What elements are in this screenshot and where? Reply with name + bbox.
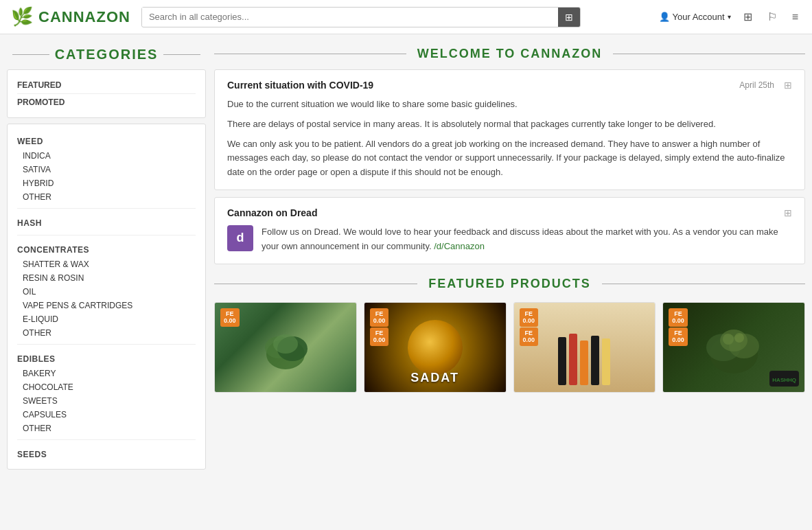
grid-icon: ⊞ xyxy=(743,10,752,23)
dread-row: d Follow us on Dread. We would love to h… xyxy=(227,225,792,254)
cat-group-concentrates: CONCENTRATES xyxy=(17,240,196,257)
covid-date: April 25th xyxy=(739,80,774,90)
announcement-header-2: Cannazon on Dread ⊞ xyxy=(227,207,792,218)
products-grid: FE 0.00 FE 0.00 FE 0.00 SADAT xyxy=(214,302,805,393)
categories-card: WEED INDICA SATIVA HYBRID OTHER HASH CON… xyxy=(7,124,206,470)
icon-btn-2[interactable]: ⚐ xyxy=(765,9,780,25)
bottle-2 xyxy=(569,334,577,385)
account-label: Your Account xyxy=(673,12,725,22)
bottle-4 xyxy=(591,336,599,385)
account-menu[interactable]: 👤 Your Account ▾ xyxy=(659,12,731,22)
cat-group-seeds: SEEDS xyxy=(17,444,196,462)
svg-point-8 xyxy=(723,334,734,345)
product-badge-1: FE 0.00 xyxy=(220,308,240,327)
expand-icon: ⊞ xyxy=(784,80,792,91)
bottle-5 xyxy=(602,338,610,385)
account-icon: 👤 xyxy=(659,12,670,22)
search-bar: ⊞ xyxy=(141,7,581,27)
product-badge-4: FE 0.00 xyxy=(669,308,688,327)
sidebar-item-indica[interactable]: INDICA xyxy=(17,149,196,163)
product-badge-3: FE 0.00 xyxy=(520,308,539,327)
bars-icon: ≡ xyxy=(792,11,798,23)
divider-1 xyxy=(17,208,196,209)
sidebar-item-hybrid[interactable]: HYBRID xyxy=(17,176,196,190)
sidebar-item-promoted[interactable]: PROMOTED xyxy=(17,94,196,111)
dread-body: Follow us on Dread. We would love to hea… xyxy=(262,225,792,254)
cat-group-hash: HASH xyxy=(17,213,196,231)
sidebar: CATEGORIES FEATURED PROMOTED WEED INDICA… xyxy=(7,41,206,475)
sidebar-item-weed-other[interactable]: OTHER xyxy=(17,190,196,204)
divider-4 xyxy=(17,439,196,440)
featured-title: FEATURED PRODUCTS xyxy=(417,277,602,291)
product-badge-2: FE 0.00 xyxy=(370,308,389,327)
search-input[interactable] xyxy=(142,8,558,26)
product-card-3[interactable]: FE 0.00 FE 0.00 xyxy=(513,302,656,393)
svg-point-3 xyxy=(273,334,298,354)
sidebar-item-shatter[interactable]: SHATTER & WAX xyxy=(17,257,196,271)
sidebar-item-bakery[interactable]: BAKERY xyxy=(17,367,196,380)
bottle-3 xyxy=(580,341,588,385)
svg-point-9 xyxy=(734,333,744,343)
search-button[interactable]: ⊞ xyxy=(558,8,580,27)
logo[interactable]: 🌿 CANNAZON xyxy=(11,6,130,27)
dread-title: Cannazon on Dread xyxy=(227,207,317,218)
product-card-4[interactable]: FE 0.00 FE 0.00 HASHHQ xyxy=(662,302,805,393)
welcome-title-bar: WELCOME TO CANNAZON xyxy=(214,41,805,69)
cat-group-edibles: EDIBLES xyxy=(17,349,196,367)
sidebar-item-featured[interactable]: FEATURED xyxy=(17,77,196,94)
product-badge-3b: FE 0.00 xyxy=(520,327,539,347)
sidebar-item-capsules[interactable]: CAPSULES xyxy=(17,408,196,422)
weed-svg xyxy=(258,320,313,375)
covid-title: Current situation with COVID-19 xyxy=(227,80,373,91)
cat-group-weed: WEED xyxy=(17,131,196,149)
chevron-down-icon: ▾ xyxy=(728,13,731,21)
icon-btn-3[interactable]: ≡ xyxy=(789,10,801,25)
hashhq-badge: HASHHQ xyxy=(769,371,799,387)
sidebar-item-concentrates-other[interactable]: OTHER xyxy=(17,326,196,340)
dread-announcement: Cannazon on Dread ⊞ d Follow us on Dread… xyxy=(214,197,805,264)
main-layout: CATEGORIES FEATURED PROMOTED WEED INDICA… xyxy=(0,34,812,482)
sidebar-item-oil[interactable]: OIL xyxy=(17,285,196,299)
header: 🌿 CANNAZON ⊞ 👤 Your Account ▾ ⊞ ⚐ ≡ xyxy=(0,0,812,34)
leaf-icon: 🌿 xyxy=(11,6,33,27)
welcome-title: WELCOME TO CANNAZON xyxy=(406,47,614,61)
covid-announcement: Current situation with COVID-19 April 25… xyxy=(214,69,805,190)
product-badge-4b: FE 0.00 xyxy=(669,327,688,347)
content-area: WELCOME TO CANNAZON Current situation wi… xyxy=(214,41,805,475)
qr-icon: ⊞ xyxy=(565,12,573,23)
bottle-1 xyxy=(558,337,566,385)
sidebar-item-edibles-other[interactable]: OTHER xyxy=(17,422,196,435)
concentrate-shape xyxy=(408,320,463,375)
divider-3 xyxy=(17,344,196,345)
announcement-header-1: Current situation with COVID-19 April 25… xyxy=(227,80,792,91)
featured-title-bar: FEATURED PRODUCTS xyxy=(214,271,805,299)
flag-icon: ⚐ xyxy=(767,10,777,23)
categories-title: CATEGORIES xyxy=(7,41,206,69)
product-badge-2b: FE 0.00 xyxy=(370,327,389,347)
date-area: April 25th ⊞ xyxy=(739,80,792,91)
sidebar-item-chocolate[interactable]: CHOCOLATE xyxy=(17,380,196,394)
dread-logo: d xyxy=(227,225,253,251)
sidebar-item-eliquid[interactable]: E-LIQUID xyxy=(17,312,196,326)
product-card-2[interactable]: FE 0.00 FE 0.00 SADAT xyxy=(364,302,507,393)
divider-2 xyxy=(17,235,196,235)
logo-text: CANNAZON xyxy=(38,8,130,26)
sadat-label: SADAT xyxy=(364,371,506,385)
top-categories-card: FEATURED PROMOTED xyxy=(7,69,206,118)
dread-link[interactable]: /d/Cannazon xyxy=(434,241,485,251)
sidebar-item-sweets[interactable]: SWEETS xyxy=(17,394,196,408)
buds-svg xyxy=(699,313,768,382)
covid-body: Due to the current situation we would li… xyxy=(227,97,792,180)
expand-icon-2: ⊞ xyxy=(784,207,792,218)
sidebar-item-vape[interactable]: VAPE PENS & CARTRIDGES xyxy=(17,299,196,312)
sidebar-item-sativa[interactable]: SATIVA xyxy=(17,163,196,176)
header-icons: 👤 Your Account ▾ ⊞ ⚐ ≡ xyxy=(659,9,801,25)
icon-btn-1[interactable]: ⊞ xyxy=(741,9,755,25)
product-card-1[interactable]: FE 0.00 xyxy=(214,302,357,393)
sidebar-item-resin[interactable]: RESIN & ROSIN xyxy=(17,271,196,285)
